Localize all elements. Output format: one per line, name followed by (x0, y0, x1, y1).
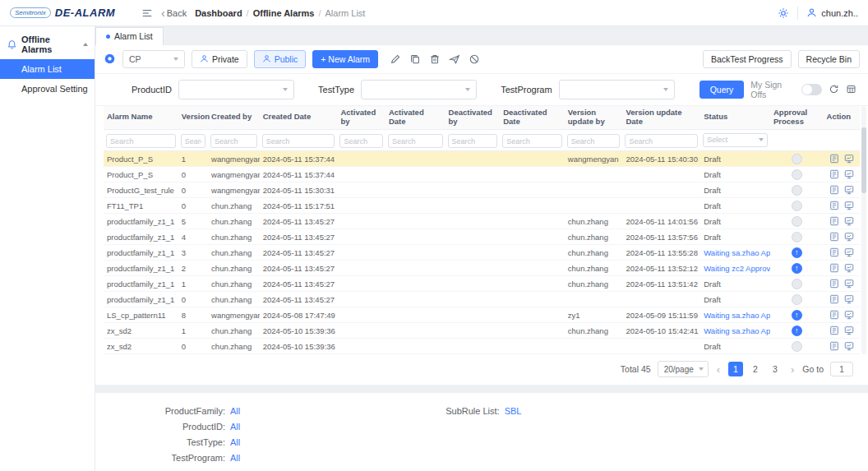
sidebar-item-alarm-list[interactable]: Alarm List (0, 59, 95, 79)
subrule-value-link[interactable]: SBL (505, 406, 522, 463)
approval-process-icon[interactable] (792, 154, 802, 164)
column-search-input[interactable] (339, 134, 383, 148)
table-row[interactable]: productfamily_z1_14chun.zhang2024-05-11 … (104, 229, 860, 245)
column-header[interactable]: Status (700, 106, 770, 129)
action-chart-icon[interactable] (844, 310, 854, 320)
action-chart-icon[interactable] (844, 247, 854, 257)
mode-select[interactable]: CP (122, 50, 185, 68)
action-chart-icon[interactable] (844, 232, 854, 242)
sidebar-section-offline-alarms[interactable]: Offline Alarms (0, 30, 95, 59)
backtest-progress-button[interactable]: BackTest Progress (703, 50, 792, 68)
detail-field-value-link[interactable]: All (230, 422, 240, 432)
column-header[interactable]: Version (178, 106, 208, 129)
approval-process-icon[interactable]: ↑ (792, 263, 802, 274)
column-header[interactable]: Created by (208, 106, 260, 129)
column-search-input[interactable] (106, 134, 176, 148)
detail-field-value-link[interactable]: All (230, 406, 240, 416)
column-search-input[interactable] (262, 134, 335, 148)
table-row[interactable]: productfamily_z1_15chun.zhang2024-05-11 … (104, 214, 860, 229)
new-alarm-button[interactable]: + New Alarm (312, 50, 378, 68)
detail-field-value-link[interactable]: All (230, 453, 240, 463)
testtype-select[interactable] (361, 80, 477, 99)
approval-process-icon[interactable] (792, 294, 802, 305)
cell-status[interactable]: Waiting sa.zhao Appro... (700, 307, 770, 323)
action-detail-icon[interactable] (829, 185, 839, 195)
action-detail-icon[interactable] (829, 341, 839, 351)
action-chart-icon[interactable] (844, 326, 854, 335)
table-scrollbar[interactable] (861, 106, 866, 354)
table-row[interactable]: Product_P_S1wangmengyan2024-05-11 15:37:… (104, 151, 860, 167)
column-header[interactable]: Alarm Name (104, 106, 178, 129)
table-row[interactable]: Product_P_S0wangmengyan2024-05-11 15:37:… (104, 167, 860, 182)
cell-alarm-name[interactable]: FT11_TP1 (104, 198, 178, 214)
goto-page-input[interactable] (830, 362, 853, 376)
table-row[interactable]: productfamily_z1_11chun.zhang2024-05-11 … (104, 276, 860, 292)
page-number-1[interactable]: 1 (728, 362, 743, 376)
cell-alarm-name[interactable]: productfamily_z1_1 (104, 261, 178, 276)
approval-process-icon[interactable]: ↑ (792, 326, 802, 336)
action-chart-icon[interactable] (844, 216, 854, 226)
action-chart-icon[interactable] (844, 154, 854, 164)
table-row[interactable]: zx_sd20chun.zhang2024-05-10 15:39:36Draf… (104, 339, 860, 354)
column-header[interactable]: Deactivated Date (500, 106, 565, 129)
copy-icon[interactable] (409, 53, 421, 65)
cell-alarm-name[interactable]: LS_cp_pattern11 (104, 307, 178, 323)
disable-ban-icon[interactable] (469, 53, 480, 65)
action-chart-icon[interactable] (844, 185, 854, 195)
action-detail-icon[interactable] (829, 154, 839, 164)
column-settings-grid-icon[interactable] (846, 84, 856, 95)
column-search-input[interactable] (567, 134, 621, 148)
column-header[interactable]: Version update by (565, 106, 623, 129)
settings-gear-icon[interactable] (778, 7, 789, 19)
page-number-3[interactable]: 3 (768, 362, 783, 376)
approval-process-icon[interactable] (792, 279, 802, 289)
action-detail-icon[interactable] (829, 216, 839, 226)
page-number-2[interactable]: 2 (748, 362, 763, 376)
column-search-input[interactable] (448, 134, 498, 148)
table-row[interactable]: productfamily_z1_12chun.zhang2024-05-11 … (104, 261, 860, 276)
action-detail-icon[interactable] (829, 310, 839, 320)
action-chart-icon[interactable] (844, 294, 854, 304)
cell-alarm-name[interactable]: zx_sd2 (104, 323, 178, 339)
edit-pencil-icon[interactable] (390, 53, 401, 65)
approval-process-icon[interactable]: ↑ (792, 310, 802, 321)
column-search-input[interactable] (210, 134, 257, 148)
action-detail-icon[interactable] (829, 201, 839, 210)
scrollbar-thumb[interactable] (861, 127, 866, 193)
recycle-bin-button[interactable]: Recycle Bin (798, 50, 860, 68)
action-chart-icon[interactable] (844, 201, 854, 210)
cell-status[interactable]: Waiting zc2 Approve (700, 261, 770, 276)
column-header[interactable]: Version update Date (622, 106, 700, 129)
send-plane-icon[interactable] (449, 53, 460, 65)
cell-alarm-name[interactable]: Product_P_S (104, 151, 178, 167)
action-detail-icon[interactable] (829, 169, 839, 179)
cell-alarm-name[interactable]: productfamily_z1_1 (104, 276, 178, 292)
public-button[interactable]: Public (254, 50, 307, 68)
approval-process-icon[interactable] (792, 232, 802, 242)
column-search-input[interactable] (625, 134, 698, 148)
action-detail-icon[interactable] (829, 232, 839, 242)
table-row[interactable]: zx_sd21chun.zhang2024-05-10 15:39:36chun… (104, 323, 860, 339)
column-search-input[interactable] (502, 134, 562, 148)
cell-status[interactable]: Waiting sa.zhao Appro... (700, 245, 770, 261)
approval-process-icon[interactable] (792, 185, 802, 196)
refresh-icon[interactable] (829, 84, 839, 95)
action-detail-icon[interactable] (829, 263, 839, 273)
approval-process-icon[interactable] (792, 216, 802, 227)
action-chart-icon[interactable] (844, 279, 854, 289)
table-row[interactable]: productfamily_z1_10chun.zhang2024-05-11 … (104, 292, 860, 307)
table-row[interactable]: ProductG_test_rule0wangmengyan2024-05-11… (104, 182, 860, 198)
status-filter-select[interactable]: Select (703, 133, 768, 147)
user-menu[interactable]: chun.zh.. (806, 7, 858, 18)
my-sign-offs-toggle[interactable] (801, 84, 822, 95)
tab-alarm-list[interactable]: Alarm List (95, 27, 164, 45)
query-button[interactable]: Query (699, 81, 745, 99)
approval-process-icon[interactable] (792, 201, 802, 211)
detail-field-value-link[interactable]: All (230, 437, 240, 447)
table-row[interactable]: productfamily_z1_13chun.zhang2024-05-11 … (104, 245, 860, 261)
action-chart-icon[interactable] (844, 169, 854, 179)
per-page-select[interactable]: 20/page (658, 361, 709, 377)
cell-alarm-name[interactable]: productfamily_z1_1 (104, 214, 178, 229)
action-detail-icon[interactable] (829, 294, 839, 304)
column-header[interactable]: Approval Process (770, 106, 824, 129)
